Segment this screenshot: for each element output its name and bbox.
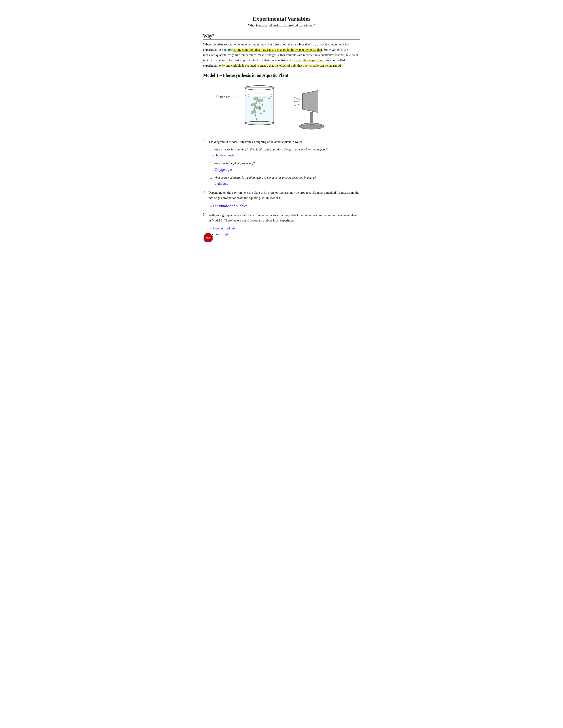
- svg-line-20: [294, 104, 302, 106]
- page-subtitle: What is measured during a controlled exp…: [203, 24, 360, 27]
- q1a: a. What process is occurring in the plan…: [210, 147, 360, 158]
- q3-num: 3.: [203, 213, 207, 216]
- why-highlight-end: only one variable is changed to ensure t…: [219, 64, 342, 67]
- q2-num: 2.: [203, 190, 207, 194]
- q1-main: 1. The diagram in Model 1 illustrates a …: [203, 139, 360, 145]
- stop-sign-icon: STOP: [203, 233, 213, 243]
- q1b-text: b. What gas is the plant producing?: [210, 161, 360, 166]
- q1b: b. What gas is the plant producing? – Ox…: [210, 161, 360, 172]
- svg-point-25: [300, 125, 324, 129]
- main-question-list: 1. The diagram in Model 1 illustrates a …: [203, 139, 360, 237]
- q3-main: 3. With your group, create a list of env…: [203, 213, 360, 224]
- model-title: Model 1 – Photosynthesis in an Aquatic P…: [203, 73, 360, 78]
- stop-sign-wrapper: STOP: [203, 233, 213, 244]
- diagram-container: Oxygen gas: [203, 83, 360, 133]
- variable-term: variable: [222, 48, 233, 51]
- q1a-answer: – photosynthesis: [212, 153, 360, 158]
- questions-section: 1. The diagram in Model 1 illustrates a …: [203, 139, 360, 237]
- q1-text: The diagram in Model 1 illustrates a cli…: [208, 139, 303, 144]
- svg-text:STOP: STOP: [205, 237, 211, 239]
- q3-answer-1: – Amount of plants: [210, 226, 360, 231]
- model-section: Model 1 – Photosynthesis in an Aquatic P…: [203, 73, 360, 237]
- q2-main: 2. Depending on the environment the plan…: [203, 190, 360, 201]
- q1c: c. What source of energy is the plant us…: [210, 175, 360, 186]
- controlled-term: controlled experiment: [295, 58, 325, 62]
- page-title: Experimental Variables: [203, 16, 360, 22]
- q1b-answer: – Oxygen gas: [212, 167, 360, 173]
- page-number: 1: [358, 244, 360, 248]
- q1a-text: a. What process is occurring in the plan…: [210, 147, 360, 152]
- svg-line-19: [294, 101, 302, 102]
- q2-answer: – The number of bubbles: [210, 203, 360, 209]
- q3-text: With your group, create a list of enviro…: [208, 213, 360, 223]
- top-border: [203, 9, 360, 9]
- why-section: Why? When scientists set out to do an ex…: [203, 34, 360, 68]
- question-1: 1. The diagram in Model 1 illustrates a …: [203, 139, 360, 186]
- variable-definition: is any condition that may cause a change…: [233, 48, 322, 52]
- svg-marker-21: [303, 90, 318, 113]
- beaker-svg: [236, 83, 280, 132]
- why-header: Why?: [203, 34, 360, 39]
- svg-line-18: [294, 97, 302, 100]
- question-2: 2. Depending on the environment the plan…: [203, 190, 360, 209]
- q3-answer-2: – color of light: [210, 232, 360, 237]
- q1c-answer: – Light bulb: [212, 181, 360, 186]
- why-divider: [203, 39, 360, 40]
- beaker-wrapper: Oxygen gas: [236, 83, 280, 133]
- why-paragraph: When scientists set out to do an experim…: [203, 42, 360, 68]
- q2-text: Depending on the environment the plant i…: [208, 190, 360, 200]
- oxygen-label: Oxygen gas: [216, 94, 230, 98]
- q1-num: 1.: [203, 139, 207, 143]
- question-3: 3. With your group, create a list of env…: [203, 213, 360, 237]
- q1c-text: c. What source of energy is the plant us…: [210, 175, 360, 180]
- lamp-svg: [292, 84, 331, 132]
- model-divider: [203, 79, 360, 79]
